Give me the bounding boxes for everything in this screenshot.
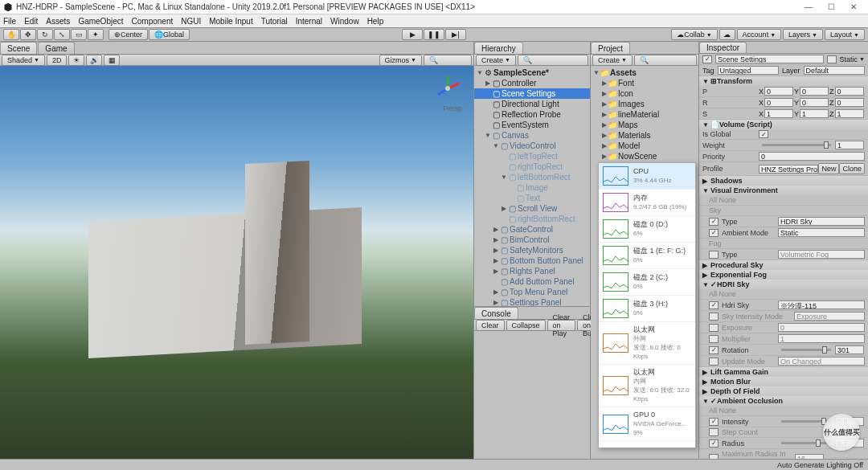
hdrisky-header[interactable]: ▼✓HDRI Sky — [699, 280, 868, 289]
liftgamma-header[interactable]: ▶Lift Gamma Gain — [699, 367, 868, 377]
perspective-label[interactable]: Persp — [443, 104, 462, 112]
tree-item[interactable]: ▢Text — [474, 193, 590, 203]
taskman-item[interactable]: 磁盘 1 (E: F: G:)0% — [599, 243, 695, 269]
menu-mobile input[interactable]: Mobile Input — [209, 17, 252, 26]
move-tool[interactable]: ✥ — [20, 29, 36, 40]
close-button[interactable]: ✕ — [842, 1, 865, 14]
taskman-item[interactable]: 内存9.2/47.8 GB (19%) — [599, 190, 695, 216]
scl-y[interactable]: 1 — [800, 109, 829, 118]
collab-button[interactable]: ☁ Collab▼ — [671, 29, 717, 40]
play-button[interactable]: ▶ — [402, 29, 423, 40]
taskman-item[interactable]: CPU3% 4.44 GHz — [599, 163, 695, 190]
tab-game[interactable]: Game — [38, 42, 74, 54]
transform-header[interactable]: ▼⊞ Transform — [699, 76, 868, 86]
ao-header[interactable]: ▼✓Ambient Occlusion — [699, 396, 868, 406]
lighting-status[interactable]: Auto Generate Lighting Off — [777, 461, 863, 469]
menu-internal[interactable]: Internal — [296, 17, 322, 26]
tree-item[interactable]: ▢Reflection Probe — [474, 109, 590, 120]
project-create[interactable]: Create▼ — [592, 55, 633, 66]
tree-item[interactable]: ▼▢VideoControl — [474, 141, 590, 151]
hdrisky-field[interactable]: ※沙漠-115 — [778, 300, 865, 309]
tree-item[interactable]: ▢Scene Settings — [474, 88, 590, 99]
taskman-item[interactable]: GPU 0NVIDIA GeForce...9% — [599, 407, 695, 441]
pause-button[interactable]: ❚❚ — [424, 29, 444, 40]
tree-item[interactable]: ▢rightTopRect — [474, 161, 590, 172]
pos-z[interactable]: 0 — [835, 87, 864, 96]
tree-item[interactable]: ▶▢BimControl — [474, 235, 590, 245]
console-clear[interactable]: Clear — [476, 320, 505, 331]
tree-item[interactable]: ▼📁Assets — [591, 67, 698, 78]
scale-tool[interactable]: ⤡ — [54, 29, 70, 40]
updatemode[interactable]: On Changed — [778, 357, 865, 366]
layout-dropdown[interactable]: Layout▼ — [825, 29, 865, 40]
minimize-button[interactable]: — — [797, 1, 820, 14]
menu-tutorial[interactable]: Tutorial — [261, 17, 288, 26]
mode-2d[interactable]: 2D — [47, 55, 68, 66]
console-collapse[interactable]: Collapse — [506, 320, 546, 331]
tree-item[interactable]: ▶▢Bottom Button Panel — [474, 255, 590, 266]
orientation-gizmo-icon[interactable] — [432, 72, 464, 104]
menu-assets[interactable]: Assets — [46, 17, 70, 26]
fog-type[interactable]: Volumetric Fog — [778, 250, 865, 259]
scene-viewport[interactable]: Persp — [0, 66, 473, 459]
layers-dropdown[interactable]: Layers▼ — [783, 29, 823, 40]
scene-search[interactable]: 🔍 — [424, 55, 472, 66]
account-dropdown[interactable]: Account▼ — [737, 29, 781, 40]
tree-item[interactable]: ▶📁Maps — [591, 120, 698, 130]
menu-window[interactable]: Window — [330, 17, 359, 26]
tree-item[interactable]: ▼▢leftBottomRect — [474, 172, 590, 182]
layer-dropdown[interactable]: Default — [804, 66, 865, 75]
tree-item[interactable]: ▶▢GateControl — [474, 224, 590, 235]
pivot-toggle[interactable]: ⊕ Center — [108, 29, 148, 40]
tree-item[interactable]: ▶▢Top Menu Panel — [474, 287, 590, 297]
taskman-item[interactable]: 以太网内网发送: 8.0 接收: 32.0 Kbps — [599, 365, 695, 407]
intensity-slider[interactable] — [781, 420, 831, 423]
gameobject-enabled-checkbox[interactable]: ✓ — [702, 55, 712, 63]
menu-component[interactable]: Component — [132, 17, 174, 26]
tree-item[interactable]: ▢rightBottomRect — [474, 214, 590, 224]
weight-slider[interactable] — [762, 144, 831, 146]
space-toggle[interactable]: 🌐 Global — [149, 29, 190, 40]
step-button[interactable]: ▶| — [445, 29, 466, 40]
weight-val[interactable]: 1 — [835, 141, 864, 149]
tab-inspector[interactable]: Inspector — [699, 42, 747, 53]
menu-ngui[interactable]: NGUI — [181, 17, 201, 26]
menu-help[interactable]: Help — [367, 17, 384, 26]
tree-item[interactable]: ▶📁lineMaterial — [591, 109, 698, 120]
console-clear-on-play[interactable]: Clear on Play — [547, 320, 576, 331]
rot-z[interactable]: 0 — [835, 98, 864, 107]
profile-field[interactable]: HNZ Settings Pro — [759, 165, 818, 174]
project-search[interactable]: 🔍 — [634, 55, 697, 66]
rot-x[interactable]: 0 — [764, 98, 793, 107]
shading-mode[interactable]: Shaded▼ — [2, 55, 45, 66]
tag-dropdown[interactable]: Untagged — [718, 66, 779, 75]
tab-hierarchy[interactable]: Hierarchy — [474, 42, 523, 54]
hierarchy-create[interactable]: Create▼ — [476, 55, 516, 66]
tree-item[interactable]: ▶▢Settings Panel — [474, 297, 590, 306]
tree-item[interactable]: ▢Directional Light — [474, 99, 590, 109]
menu-file[interactable]: File — [3, 17, 16, 26]
ambient-mode[interactable]: Static — [778, 228, 865, 237]
audio-icon[interactable]: 🔊 — [86, 55, 102, 66]
tab-project[interactable]: Project — [591, 42, 630, 54]
tree-item[interactable]: ▶📁Materials — [591, 130, 698, 141]
tree-item[interactable]: ▶▢SafetyMonitors — [474, 245, 590, 255]
visualenv-header[interactable]: ▼Visual Environment — [699, 186, 868, 195]
tree-item[interactable]: ▢EventSystem — [474, 120, 590, 130]
tree-item[interactable]: ▶📁Icon — [591, 88, 698, 99]
tab-scene[interactable]: Scene — [0, 42, 37, 54]
hierarchy-tree[interactable]: ▼⚙SampleScene*▶▢Controller ▢Scene Settin… — [474, 66, 590, 306]
pos-x[interactable]: 0 — [764, 87, 793, 96]
dof-header[interactable]: ▶Depth Of Field — [699, 386, 868, 396]
fx-icon[interactable]: ▦ — [104, 55, 120, 66]
volume-header[interactable]: ▼📄 Volume (Script) — [699, 120, 868, 129]
sky-type[interactable]: HDRI Sky — [778, 217, 865, 226]
profile-clone[interactable]: Clone — [839, 163, 865, 174]
tree-item[interactable]: ▶▢Controller — [474, 78, 590, 88]
procsky-header[interactable]: ▶Procedural Sky — [699, 260, 868, 270]
taskman-item[interactable]: 以太网外网发送: 8.0 接收: 0 Kbps — [599, 322, 695, 365]
profile-new[interactable]: New — [818, 163, 839, 174]
lighting-icon[interactable]: ☀ — [68, 55, 84, 66]
tree-item[interactable]: ▼⚙SampleScene* — [474, 67, 590, 78]
rotation-slider[interactable] — [781, 349, 831, 351]
